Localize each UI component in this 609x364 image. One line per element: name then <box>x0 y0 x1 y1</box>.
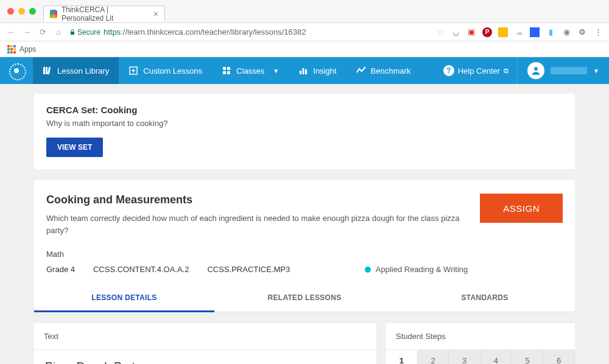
view-set-button[interactable]: VIEW SET <box>46 138 103 157</box>
tab-standards[interactable]: STANDARDS <box>395 285 575 312</box>
browser-tab[interactable]: ThinkCERCA | Personalized Lit × <box>43 5 165 22</box>
lesson-question: Which team correctly decided how much of… <box>46 212 468 236</box>
pocket-icon[interactable]: ◡ <box>451 27 460 37</box>
lesson-standard: CCSS.PRACTICE.MP3 <box>207 265 290 274</box>
svg-rect-0 <box>71 32 74 35</box>
lesson-title: Cooking and Measurements <box>46 194 468 206</box>
svg-rect-9 <box>300 71 301 74</box>
ext-icon-camera2[interactable]: ◉ <box>561 27 571 37</box>
minimize-window-button[interactable] <box>18 8 25 15</box>
lesson-details-panels: Text Pizza Dough Party By Ashley Kersey … <box>34 323 575 364</box>
tab-related-lessons[interactable]: RELATED LESSONS <box>214 285 395 312</box>
secure-indicator: Secure <box>69 28 100 37</box>
svg-rect-3 <box>48 67 51 74</box>
svg-rect-10 <box>303 68 304 74</box>
svg-rect-7 <box>223 71 226 74</box>
nav-label: Classes <box>236 66 264 75</box>
tag-dot-icon <box>365 267 371 273</box>
insight-icon <box>298 66 308 75</box>
svg-rect-2 <box>46 67 48 74</box>
help-center-link[interactable]: ? Help Center ⧉ <box>435 65 517 76</box>
step-tab-3[interactable]: 3 <box>449 350 481 364</box>
step-tabs: 1 2 3 4 5 6 <box>386 350 575 364</box>
svg-point-12 <box>534 67 538 71</box>
chevron-down-icon: ▼ <box>273 68 279 74</box>
lock-icon <box>69 29 76 35</box>
back-button[interactable]: ← <box>6 27 16 37</box>
svg-rect-6 <box>227 67 230 70</box>
text-panel: Text Pizza Dough Party By Ashley Kersey … <box>34 323 376 364</box>
ext-icon-blue[interactable] <box>530 27 540 37</box>
url-text: https://learn.thinkcerca.com/teacher/lib… <box>104 27 306 37</box>
apps-label[interactable]: Apps <box>19 45 36 54</box>
close-tab-button[interactable]: × <box>153 9 158 19</box>
tab-lesson-details[interactable]: LESSON DETAILS <box>34 285 214 312</box>
help-icon: ? <box>443 65 454 76</box>
page-content: CERCA Set: Cooking Why is math important… <box>0 84 609 364</box>
svg-rect-8 <box>227 71 230 74</box>
app-navbar: Lesson Library Custom Lessons Classes ▼ … <box>0 57 609 84</box>
user-name <box>551 67 587 74</box>
forward-button[interactable]: → <box>22 27 32 37</box>
star-icon[interactable]: ☆ <box>437 27 445 37</box>
menu-icon[interactable]: ⋮ <box>593 27 603 37</box>
assign-button[interactable]: ASSIGN <box>480 194 563 223</box>
pinterest-icon[interactable]: P <box>482 27 492 37</box>
chevron-down-icon: ▼ <box>593 68 599 74</box>
svg-rect-11 <box>305 69 307 74</box>
tab-title: ThinkCERCA | Personalized Lit <box>62 5 147 23</box>
nav-lesson-library[interactable]: Lesson Library <box>33 57 119 84</box>
browser-tab-strip: ThinkCERCA | Personalized Lit × <box>0 0 609 23</box>
browser-toolbar: ← → ⟳ ⌂ Secure https://learn.thinkcerca.… <box>0 23 609 41</box>
ext-icon-cloud[interactable]: ☁ <box>514 27 524 37</box>
help-label: Help Center <box>458 66 500 75</box>
favicon <box>50 10 57 18</box>
step-tab-4[interactable]: 4 <box>481 350 512 364</box>
nav-benchmark[interactable]: Benchmark <box>347 57 421 84</box>
home-button[interactable]: ⌂ <box>54 27 63 37</box>
avatar <box>527 62 544 79</box>
custom-icon <box>128 66 138 75</box>
student-steps-panel: Student Steps 1 2 3 4 5 6 Connect Short … <box>386 323 575 364</box>
ext-icon-yellow[interactable] <box>498 27 508 37</box>
nav-insight[interactable]: Insight <box>289 57 346 84</box>
ext-icon-camera[interactable]: ▮ <box>546 27 555 37</box>
lesson-tabs: LESSON DETAILS RELATED LESSONS STANDARDS <box>34 285 575 312</box>
benchmark-icon <box>356 66 366 75</box>
nav-label: Insight <box>313 66 336 75</box>
nav-label: Custom Lessons <box>143 66 202 75</box>
external-link-icon: ⧉ <box>504 67 509 75</box>
svg-rect-1 <box>43 67 45 74</box>
step-tab-5[interactable]: 5 <box>512 350 544 364</box>
flipboard-icon[interactable]: ▣ <box>466 27 476 37</box>
text-title: Pizza Dough Party <box>45 360 365 364</box>
reload-button[interactable]: ⟳ <box>38 27 48 37</box>
lesson-grade: Grade 4 <box>46 265 75 274</box>
step-tab-1[interactable]: 1 <box>386 350 418 364</box>
nav-label: Benchmark <box>371 66 411 75</box>
lesson-card: Cooking and Measurements Which team corr… <box>34 180 575 312</box>
lesson-tag: Applied Reading & Writing <box>365 265 468 274</box>
tag-label: Applied Reading & Writing <box>376 265 468 274</box>
user-menu[interactable]: ▼ <box>517 57 609 84</box>
step-tab-6[interactable]: 6 <box>543 350 575 364</box>
window-controls <box>0 8 43 15</box>
maximize-window-button[interactable] <box>29 8 36 15</box>
step-tab-2[interactable]: 2 <box>418 350 449 364</box>
svg-rect-5 <box>223 67 226 70</box>
logo[interactable] <box>0 57 33 84</box>
classes-icon <box>222 66 231 75</box>
nav-classes[interactable]: Classes ▼ <box>212 57 289 84</box>
extension-icons: ◡ ▣ P ☁ ▮ ◉ ⚙ ⋮ <box>451 27 603 37</box>
cerca-set-title: CERCA Set: Cooking <box>46 105 563 115</box>
text-panel-header: Text <box>34 323 376 350</box>
secure-label: Secure <box>77 28 100 37</box>
lesson-subject: Math <box>46 250 468 259</box>
nav-custom-lessons[interactable]: Custom Lessons <box>119 57 212 84</box>
settings-icon[interactable]: ⚙ <box>577 27 587 37</box>
close-window-button[interactable] <box>7 8 14 15</box>
bookmarks-bar: Apps <box>0 41 609 57</box>
apps-icon[interactable] <box>7 45 16 54</box>
address-bar[interactable]: Secure https://learn.thinkcerca.com/teac… <box>69 27 431 37</box>
library-icon <box>43 66 52 75</box>
